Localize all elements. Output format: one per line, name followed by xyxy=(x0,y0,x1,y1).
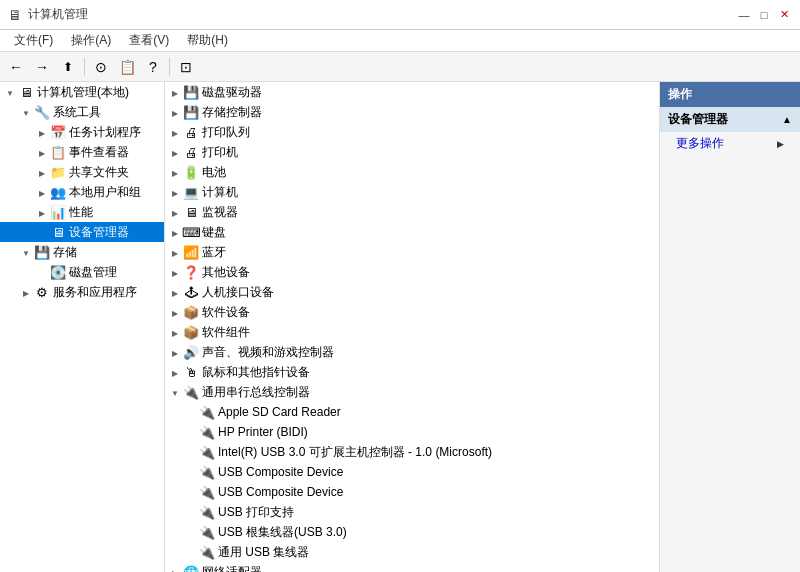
right-item-10[interactable]: 🕹 人机接口设备 xyxy=(165,282,659,302)
right-item-6[interactable]: 🖥 监视器 xyxy=(165,202,659,222)
section-collapse-icon[interactable]: ▲ xyxy=(782,114,792,125)
right-item-11[interactable]: 📦 软件设备 xyxy=(165,302,659,322)
right-item-19[interactable]: 🔌 USB Composite Device xyxy=(165,462,659,482)
toggle-systools xyxy=(18,104,34,120)
tree-item-taskscheduler[interactable]: 📅 任务计划程序 xyxy=(0,122,164,142)
icon-14: 🖱 xyxy=(183,364,199,380)
menu-help[interactable]: 帮助(H) xyxy=(179,30,236,51)
right-item-12[interactable]: 📦 软件组件 xyxy=(165,322,659,342)
label-1: 存储控制器 xyxy=(202,104,262,121)
label-3: 打印机 xyxy=(202,144,238,161)
maximize-btn[interactable]: □ xyxy=(756,7,772,23)
right-item-8[interactable]: 📶 蓝牙 xyxy=(165,242,659,262)
right-item-7[interactable]: ⌨ 键盘 xyxy=(165,222,659,242)
icon-24: 🌐 xyxy=(183,564,199,572)
title-left: 🖥 计算机管理 xyxy=(8,6,88,23)
right-item-22[interactable]: 🔌 USB 根集线器(USB 3.0) xyxy=(165,522,659,542)
icon-4: 🔋 xyxy=(183,164,199,180)
label-17: HP Printer (BIDI) xyxy=(218,425,308,439)
properties-btn[interactable]: 📋 xyxy=(115,55,139,79)
icon-10: 🕹 xyxy=(183,284,199,300)
up-btn[interactable]: ⬆ xyxy=(56,55,80,79)
right-item-18[interactable]: 🔌 Intel(R) USB 3.0 可扩展主机控制器 - 1.0 (Micro… xyxy=(165,442,659,462)
minimize-btn[interactable]: — xyxy=(736,7,752,23)
close-btn[interactable]: ✕ xyxy=(776,7,792,23)
toggle-eventviewer xyxy=(34,144,50,160)
tree-item-root[interactable]: 🖥 计算机管理(本地) xyxy=(0,82,164,102)
tree-item-sharedfolders[interactable]: 📁 共享文件夹 xyxy=(0,162,164,182)
toggle-2 xyxy=(167,124,183,140)
toggle-performance xyxy=(34,204,50,220)
label-6: 监视器 xyxy=(202,204,238,221)
tree-item-diskmgmt[interactable]: 💽 磁盘管理 xyxy=(0,262,164,282)
tree-item-systools[interactable]: 🔧 系统工具 xyxy=(0,102,164,122)
icon-20: 🔌 xyxy=(199,484,215,500)
tree-item-services[interactable]: ⚙ 服务和应用程序 xyxy=(0,282,164,302)
show-btn[interactable]: ⊙ xyxy=(89,55,113,79)
label-storage: 存储 xyxy=(53,244,77,261)
menu-action[interactable]: 操作(A) xyxy=(63,30,119,51)
back-btn[interactable]: ← xyxy=(4,55,28,79)
icon-devmgr: 🖥 xyxy=(50,224,66,240)
right-item-20[interactable]: 🔌 USB Composite Device xyxy=(165,482,659,502)
toggle-storage xyxy=(18,244,34,260)
forward-btn[interactable]: → xyxy=(30,55,54,79)
right-item-14[interactable]: 🖱 鼠标和其他指针设备 xyxy=(165,362,659,382)
right-item-2[interactable]: 🖨 打印队列 xyxy=(165,122,659,142)
right-item-21[interactable]: 🔌 USB 打印支持 xyxy=(165,502,659,522)
right-item-23[interactable]: 🔌 通用 USB 集线器 xyxy=(165,542,659,562)
more-actions-arrow: ▶ xyxy=(777,139,784,149)
icon-1: 💾 xyxy=(183,104,199,120)
action-section-label: 设备管理器 xyxy=(668,111,728,128)
right-item-15[interactable]: 🔌 通用串行总线控制器 xyxy=(165,382,659,402)
toggle-13 xyxy=(167,344,183,360)
label-11: 软件设备 xyxy=(202,304,250,321)
label-10: 人机接口设备 xyxy=(202,284,274,301)
right-item-17[interactable]: 🔌 HP Printer (BIDI) xyxy=(165,422,659,442)
icon-diskmgmt: 💽 xyxy=(50,264,66,280)
help-btn[interactable]: ? xyxy=(141,55,165,79)
action-panel: 操作 设备管理器 ▲ 更多操作 ▶ xyxy=(660,82,800,572)
toolbar-sep1 xyxy=(84,58,85,76)
icon-2: 🖨 xyxy=(183,124,199,140)
label-root: 计算机管理(本地) xyxy=(37,84,129,101)
label-21: USB 打印支持 xyxy=(218,504,294,521)
right-item-4[interactable]: 🔋 电池 xyxy=(165,162,659,182)
right-item-3[interactable]: 🖨 打印机 xyxy=(165,142,659,162)
icon-19: 🔌 xyxy=(199,464,215,480)
menu-file[interactable]: 文件(F) xyxy=(6,30,61,51)
label-8: 蓝牙 xyxy=(202,244,226,261)
toggle-sharedfolders xyxy=(34,164,50,180)
tree-item-storage[interactable]: 💾 存储 xyxy=(0,242,164,262)
icon-localusers: 👥 xyxy=(50,184,66,200)
icon-17: 🔌 xyxy=(199,424,215,440)
app-icon: 🖥 xyxy=(8,7,22,23)
icon-5: 💻 xyxy=(183,184,199,200)
right-item-5[interactable]: 💻 计算机 xyxy=(165,182,659,202)
tree-item-devmgr[interactable]: 🖥 设备管理器 xyxy=(0,222,164,242)
extra-btn[interactable]: ⊡ xyxy=(174,55,198,79)
tree-item-eventviewer[interactable]: 📋 事件查看器 xyxy=(0,142,164,162)
icon-13: 🔊 xyxy=(183,344,199,360)
action-more-link[interactable]: 更多操作 ▶ xyxy=(660,132,800,155)
right-item-24[interactable]: 🌐 网络适配器 xyxy=(165,562,659,572)
menu-view[interactable]: 查看(V) xyxy=(121,30,177,51)
toggle-10 xyxy=(167,284,183,300)
right-item-13[interactable]: 🔊 声音、视频和游戏控制器 xyxy=(165,342,659,362)
right-item-0[interactable]: 💾 磁盘驱动器 xyxy=(165,82,659,102)
icon-16: 🔌 xyxy=(199,404,215,420)
right-item-16[interactable]: 🔌 Apple SD Card Reader xyxy=(165,402,659,422)
icon-services: ⚙ xyxy=(34,284,50,300)
right-item-9[interactable]: ❓ 其他设备 xyxy=(165,262,659,282)
tree-item-performance[interactable]: 📊 性能 xyxy=(0,202,164,222)
toggle-4 xyxy=(167,164,183,180)
label-19: USB Composite Device xyxy=(218,465,343,479)
label-devmgr: 设备管理器 xyxy=(69,224,129,241)
icon-7: ⌨ xyxy=(183,224,199,240)
tree-item-localusers[interactable]: 👥 本地用户和组 xyxy=(0,182,164,202)
right-item-1[interactable]: 💾 存储控制器 xyxy=(165,102,659,122)
left-panel: 🖥 计算机管理(本地) 🔧 系统工具 📅 任务计划程序 📋 事件查看器 📁 共享… xyxy=(0,82,165,572)
toggle-root xyxy=(2,84,18,100)
label-24: 网络适配器 xyxy=(202,564,262,573)
toggle-24 xyxy=(167,564,183,572)
